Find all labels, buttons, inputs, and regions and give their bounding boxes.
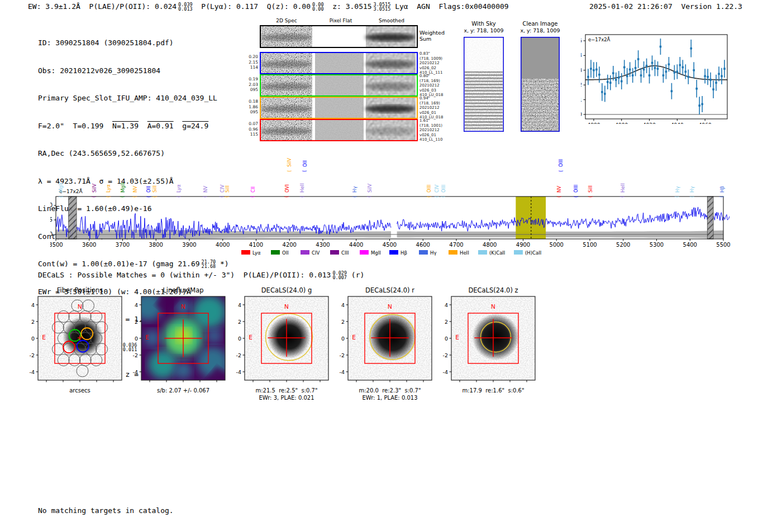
- svg-text:(K)CaII: (K)CaII: [489, 250, 505, 256]
- svg-text:(: (: [203, 196, 208, 198]
- info-id: ID: 3090251804 (3090251804.pdf): [38, 39, 229, 48]
- svg-text:(: (: [152, 196, 158, 198]
- svg-text:(: (: [690, 196, 695, 198]
- svg-text:4: 4: [238, 302, 241, 308]
- header-ew-plae: EW: 3.9±1.2Å P(LAE)/P(OII): 0.024: [28, 2, 177, 11]
- svg-text:(: (: [427, 196, 432, 198]
- svg-text:(: (: [146, 196, 151, 198]
- svg-text:MgII: MgII: [58, 183, 64, 193]
- fiber-weight-labels: 0.070.96115: [245, 121, 258, 137]
- svg-text:SiIV: SiIV: [367, 184, 373, 193]
- col-header-pixelflat: Pixel Flat: [318, 18, 363, 23]
- clean-image: [521, 37, 560, 132]
- svg-text:(: (: [441, 196, 446, 198]
- svg-text:3600: 3600: [82, 242, 96, 248]
- fiber-annotation: 0.94"(718, 169)20210212v026_01410_LU_018: [419, 96, 464, 120]
- svg-text:(: (: [559, 170, 564, 172]
- svg-text:-2: -2: [133, 352, 138, 358]
- svg-text:-4: -4: [443, 369, 448, 375]
- fiber-2dspec-row: [260, 97, 418, 119]
- svg-text:0.0: 0.0: [50, 231, 53, 237]
- summary-header: EW: 3.9±1.2Å P(LAE)/P(OII): 0.0240.0390.…: [28, 2, 509, 11]
- svg-text:HeII: HeII: [620, 183, 626, 193]
- svg-text:4200: 4200: [283, 242, 297, 248]
- elixer-report-page: { "header": { "left1": "EW: 3.9±1.2Å P(L…: [0, 0, 782, 532]
- svg-text:2: 2: [581, 82, 582, 88]
- svg-text:4300: 4300: [316, 242, 330, 248]
- catalog-note-line1: No matching targets in catalog.: [38, 506, 174, 515]
- svg-text:5200: 5200: [616, 242, 630, 248]
- info-primary-spec: Primary Spec_Slot_IFU_AMP: 410_024_039_L…: [38, 94, 229, 103]
- svg-text:4880: 4880: [587, 122, 600, 124]
- svg-text:CIII: CIII: [341, 250, 349, 256]
- fiber-2dspec-row: [260, 52, 418, 74]
- svg-text:2: 2: [31, 319, 35, 325]
- svg-text:E: E: [455, 334, 459, 341]
- svg-text:OII: OII: [302, 160, 308, 167]
- report-version: Version 1.22.3: [681, 2, 742, 11]
- svg-text:(: (: [367, 196, 372, 198]
- svg-text:SiII: SiII: [225, 185, 230, 193]
- svg-text:(: (: [302, 170, 307, 172]
- svg-text:CIV: CIV: [434, 185, 440, 193]
- svg-text:(: (: [132, 196, 137, 198]
- svg-text:4: 4: [581, 52, 582, 58]
- header-classification-flags: Lyα AGN Flags:0x00400009: [390, 2, 508, 11]
- svg-text:3700: 3700: [116, 242, 130, 248]
- svg-text:-4: -4: [30, 369, 35, 375]
- svg-text:N: N: [491, 303, 495, 310]
- svg-text:E: E: [249, 334, 252, 341]
- svg-text:2.5: 2.5: [50, 217, 53, 223]
- svg-text:SiIV: SiIV: [92, 184, 97, 193]
- svg-text:3: 3: [581, 68, 582, 73]
- svg-text:Lyα: Lyα: [106, 184, 111, 193]
- svg-text:e−17x2Å: e−17x2Å: [588, 36, 611, 42]
- svg-text:CIV: CIV: [312, 250, 320, 256]
- svg-text:4900: 4900: [516, 242, 530, 248]
- svg-text:4800: 4800: [483, 242, 497, 248]
- panel-ewr-caption: EWr: 3, PLAE: 0.021: [231, 395, 342, 401]
- svg-text:5500: 5500: [716, 242, 730, 248]
- svg-text:(: (: [92, 196, 97, 198]
- svg-text:0: 0: [445, 336, 448, 342]
- svg-text:4: 4: [341, 302, 345, 308]
- svg-text:N: N: [181, 303, 185, 310]
- svg-text:5.0: 5.0: [50, 202, 53, 208]
- svg-text:5300: 5300: [650, 242, 664, 248]
- svg-text:N: N: [284, 303, 289, 310]
- panel-title: DECaLS(24.0) z: [451, 286, 535, 294]
- svg-text:2: 2: [341, 319, 345, 325]
- fiber-annotation: 1.61"(718, 1001)20210212v026_01410_LL_11…: [419, 118, 464, 142]
- svg-text:4900: 4900: [615, 122, 628, 124]
- svg-text:Lyα: Lyα: [176, 184, 182, 193]
- svg-text:4100: 4100: [249, 242, 263, 248]
- svg-text:(: (: [250, 196, 255, 198]
- plae-error-stack: 0.0390.013: [177, 2, 193, 11]
- svg-text:3500: 3500: [50, 242, 63, 248]
- svg-text:Hγ: Hγ: [430, 250, 436, 256]
- fiber-annotation: 0.80"(718, 169)20210212v026_03410_LU_018: [419, 74, 464, 98]
- weighted-sum-label: WeightedSum: [419, 30, 445, 42]
- svg-text:NV: NV: [556, 186, 562, 193]
- fiber-2dspec-row: [260, 74, 418, 97]
- svg-text:(: (: [588, 196, 593, 198]
- svg-text:3800: 3800: [149, 242, 163, 248]
- panel-ewr-caption: EWr: 1, PLAE: 0.013: [334, 395, 446, 401]
- svg-text:OIII: OIII: [426, 185, 432, 193]
- svg-text:0: 0: [581, 112, 582, 117]
- svg-text:4920: 4920: [643, 122, 656, 124]
- svg-text:4940: 4940: [671, 122, 684, 124]
- svg-text:OIII: OIII: [573, 185, 579, 193]
- svg-text:SiIV: SiIV: [287, 158, 292, 167]
- catalog-note: No matching targets in catalog. Row inte…: [38, 489, 174, 532]
- fiber-weight-labels: 0.181.86095: [245, 99, 258, 115]
- svg-text:SiII: SiII: [588, 185, 593, 193]
- panel-image-decals: NE-4-4-2-2002244: [228, 294, 346, 383]
- svg-text:2: 2: [238, 319, 241, 325]
- svg-text:(: (: [120, 196, 125, 198]
- svg-text:5000: 5000: [550, 242, 564, 248]
- svg-text:NV: NV: [203, 186, 208, 193]
- panel-mag-caption: m:17.9 re:1.6" s:0.6": [437, 387, 549, 394]
- svg-text:E: E: [145, 334, 149, 341]
- svg-text:HeII: HeII: [460, 250, 469, 256]
